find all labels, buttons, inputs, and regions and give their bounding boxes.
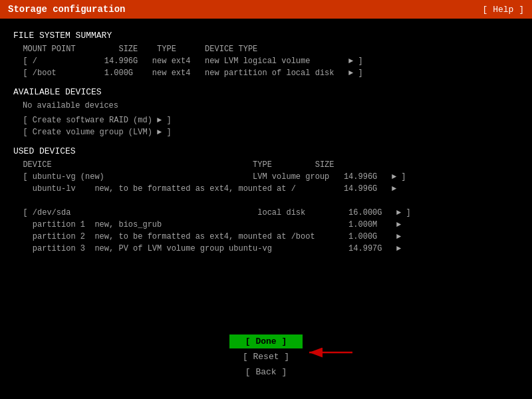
- used-row-partition2[interactable]: partition 2 new, to be formatted as ext4…: [13, 231, 519, 243]
- app-title: Storage configuration: [8, 4, 125, 15]
- fs-summary-columns: MOUNT POINT SIZE TYPE DEVICE TYPE: [13, 43, 519, 55]
- used-devices-header: USED DEVICES: [13, 146, 519, 156]
- reset-button[interactable]: [ Reset ]: [229, 350, 303, 364]
- used-row-partition3[interactable]: partition 3 new, PV of LVM volume group …: [13, 243, 519, 255]
- fs-row-boot[interactable]: [ /boot 1.000G new ext4 new partition of…: [13, 67, 519, 79]
- titlebar: Storage configuration [ Help ]: [0, 0, 532, 19]
- help-button[interactable]: [ Help ]: [483, 5, 524, 15]
- available-devices-section: AVAILABLE DEVICES No available devices […: [13, 87, 519, 138]
- create-raid-action[interactable]: [ Create software RAID (md) ► ]: [13, 114, 519, 126]
- no-devices-label: No available devices: [23, 101, 519, 110]
- used-row-partition1[interactable]: partition 1 new, bios_grub 1.000M ►: [13, 219, 519, 231]
- used-devices-section: USED DEVICES DEVICE TYPE SIZE [ ubuntu-v…: [13, 146, 519, 255]
- fs-row-root[interactable]: [ / 14.996G new ext4 new LVM logical vol…: [13, 55, 519, 67]
- fs-summary-section: FILE SYSTEM SUMMARY MOUNT POINT SIZE TYP…: [13, 31, 519, 79]
- used-row-dev-sda[interactable]: [ /dev/sda local disk 16.000G ► ]: [13, 207, 519, 219]
- used-devices-columns: DEVICE TYPE SIZE: [13, 159, 519, 171]
- fs-summary-header: FILE SYSTEM SUMMARY: [13, 31, 519, 41]
- buttons-area: [ Done ] [ Reset ] [ Back ]: [229, 334, 303, 379]
- used-row-ubuntu-vg[interactable]: [ ubuntu-vg (new) LVM volume group 14.99…: [13, 171, 519, 183]
- arrow-indicator: [303, 339, 356, 366]
- done-button[interactable]: [ Done ]: [229, 334, 303, 348]
- create-lvm-action[interactable]: [ Create volume group (LVM) ► ]: [13, 126, 519, 138]
- main-content: FILE SYSTEM SUMMARY MOUNT POINT SIZE TYP…: [0, 19, 532, 261]
- available-devices-header: AVAILABLE DEVICES: [13, 87, 519, 97]
- back-button[interactable]: [ Back ]: [229, 365, 303, 379]
- used-row-spacer: [13, 195, 519, 207]
- used-row-ubuntu-lv[interactable]: ubuntu-lv new, to be formatted as ext4, …: [13, 183, 519, 195]
